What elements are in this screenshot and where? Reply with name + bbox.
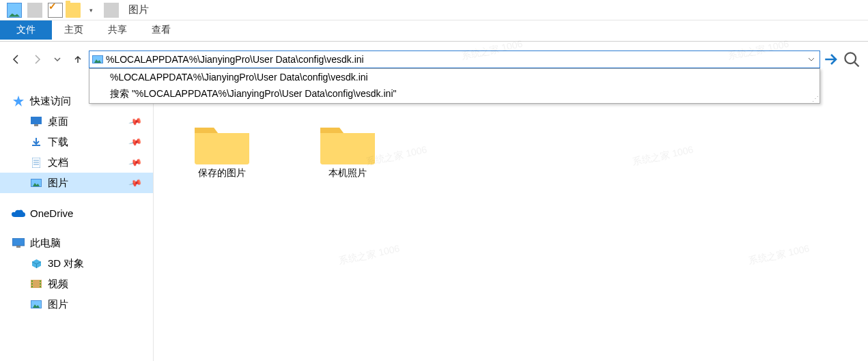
back-button[interactable]	[7, 50, 26, 69]
svg-rect-15	[40, 283, 41, 285]
ribbon-border	[0, 40, 868, 42]
sidebar-item-pictures-pc[interactable]: 图片	[0, 294, 153, 315]
pictures-icon	[29, 179, 44, 187]
quick-access-toolbar: ▾	[0, 3, 122, 18]
sidebar-item-label: 3D 对象	[48, 257, 84, 270]
qat-dropdown-icon[interactable]: ▾	[83, 3, 98, 18]
svg-rect-1	[31, 117, 42, 124]
svg-rect-12	[31, 283, 33, 285]
desktop-icon	[29, 117, 44, 126]
address-input[interactable]	[106, 53, 803, 66]
svg-rect-16	[40, 286, 41, 287]
this-pc-icon	[11, 238, 26, 248]
svg-rect-13	[31, 286, 33, 287]
address-bar[interactable]: %LOCALAPPDATA%\JianyingPro\User Data\con…	[89, 50, 820, 68]
svg-rect-9	[16, 246, 20, 248]
address-suggestion-search[interactable]: 搜索 "%LOCALAPPDATA%\JianyingPro\User Data…	[89, 85, 820, 103]
file-tab[interactable]: 文件	[0, 20, 52, 40]
folder-icon	[191, 119, 253, 167]
tab-share[interactable]: 共享	[96, 20, 139, 40]
svg-rect-11	[31, 280, 33, 282]
address-location-icon	[89, 55, 106, 63]
folder-icon	[317, 119, 378, 167]
pin-icon: 📌	[128, 115, 142, 129]
svg-point-0	[845, 53, 856, 63]
resize-grip-icon[interactable]: ⋰	[812, 95, 819, 102]
title-bar: ▾ 图片	[0, 0, 868, 20]
downloads-icon	[29, 137, 44, 147]
divider	[104, 3, 119, 18]
sidebar-item-desktop[interactable]: 桌面 📌	[0, 111, 153, 132]
sidebar-item-label: 视频	[48, 278, 68, 291]
svg-rect-2	[34, 124, 38, 126]
onedrive-label: OneDrive	[30, 207, 73, 219]
sidebar-item-label: 文档	[48, 156, 68, 169]
videos-icon	[29, 280, 44, 288]
3d-objects-icon	[29, 259, 44, 269]
folder-icon[interactable]	[66, 3, 81, 18]
tab-view[interactable]: 查看	[139, 20, 183, 40]
search-button[interactable]	[842, 50, 861, 69]
navigation-pane: 快速访问 桌面 📌 下载 📌 文档 📌 图片 📌	[0, 72, 154, 361]
tab-home[interactable]: 主页	[52, 20, 96, 40]
address-history-dropdown[interactable]	[803, 55, 820, 63]
this-pc-label: 此电脑	[30, 237, 61, 250]
watermark: 系统之家 1006	[631, 144, 695, 169]
sidebar-item-label: 图片	[48, 177, 68, 190]
svg-rect-8	[12, 238, 25, 246]
sidebar-item-pictures[interactable]: 图片 📌	[0, 173, 153, 193]
sidebar-item-label: 下载	[48, 136, 68, 149]
ribbon-tabs: 文件 主页 共享 查看	[0, 20, 868, 40]
divider	[27, 3, 42, 18]
address-suggestion[interactable]: %LOCALAPPDATA%\JianyingPro\User Data\con…	[89, 69, 820, 85]
sidebar-item-documents[interactable]: 文档 📌	[0, 152, 153, 173]
picture-library-icon	[7, 3, 22, 18]
navigation-row: %LOCALAPPDATA%\JianyingPro\User Data\con…	[0, 47, 868, 72]
watermark: 系统之家 1006	[337, 243, 401, 268]
quick-access-label: 快速访问	[30, 95, 71, 108]
address-suggestions-dropdown: %LOCALAPPDATA%\JianyingPro\User Data\con…	[89, 68, 820, 104]
sidebar-item-label: 图片	[48, 298, 68, 311]
pin-icon: 📌	[128, 156, 142, 170]
properties-checkbox-icon[interactable]	[48, 3, 63, 18]
forward-button[interactable]	[27, 50, 46, 69]
onedrive-group[interactable]: OneDrive	[0, 203, 153, 223]
watermark: 系统之家 1006	[747, 243, 811, 268]
svg-rect-14	[40, 280, 41, 282]
recent-locations-button[interactable]	[48, 50, 67, 69]
star-icon	[11, 95, 26, 107]
sidebar-item-3d-objects[interactable]: 3D 对象	[0, 253, 153, 274]
window-title: 图片	[128, 3, 149, 16]
content-area[interactable]: 系统之家 1006 系统之家 1006 系统之家 1006 系统之家 1006 …	[154, 72, 868, 361]
svg-rect-3	[32, 145, 40, 146]
pin-icon: 📌	[128, 176, 142, 190]
documents-icon	[29, 158, 44, 168]
folder-camera-roll[interactable]: 本机照片	[307, 119, 389, 179]
pictures-icon	[29, 300, 44, 308]
onedrive-icon	[11, 209, 26, 218]
folder-label: 保存的图片	[198, 167, 246, 179]
go-button[interactable]	[822, 50, 841, 69]
up-button[interactable]	[68, 50, 87, 69]
sidebar-item-label: 桌面	[48, 115, 68, 128]
sidebar-item-downloads[interactable]: 下载 📌	[0, 132, 153, 152]
pin-icon: 📌	[128, 135, 142, 149]
this-pc-group[interactable]: 此电脑	[0, 233, 153, 253]
sidebar-item-videos[interactable]: 视频	[0, 274, 153, 294]
folder-label: 本机照片	[328, 167, 367, 179]
folder-saved-pictures[interactable]: 保存的图片	[181, 119, 263, 179]
